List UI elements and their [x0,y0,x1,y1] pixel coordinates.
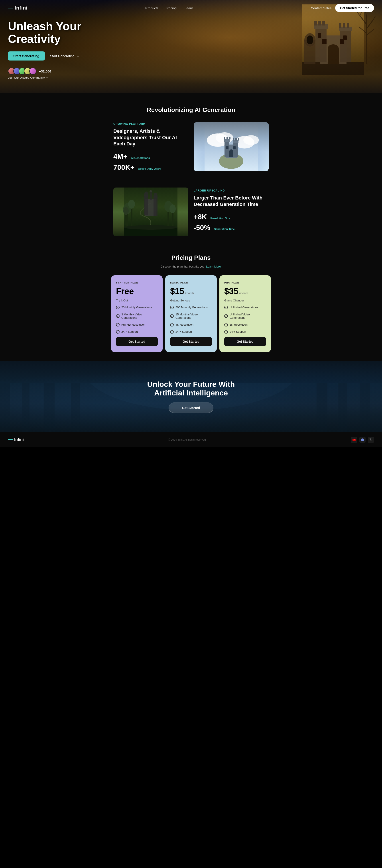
pricing-section: Pricing Plans Discover the plan that bes… [0,245,382,361]
start-generating-button[interactable]: Start Generating [8,52,45,61]
larger-upscaling-badge: Larger Upscaling [194,189,269,192]
cta-section: Unlock Your Future With Artificial Intel… [0,361,382,432]
get-started-for-free-button[interactable]: Get Started for Free [335,4,374,12]
pro-get-started-button[interactable]: Get Started [224,337,266,346]
avatar-group [8,68,36,75]
pro-plan-tagline: Game Changer [224,299,266,302]
svg-rect-43 [227,137,228,140]
pricing-card-starter: STARTER PLAN Free Try It Out ✓ 20 Monthl… [111,275,163,352]
stat-4m: 4M+ [113,153,127,161]
basic-plan-label: BASIC PLAN [170,281,212,284]
logo-bar [8,8,13,8]
footer-logo-bar [8,439,13,440]
svg-point-57 [128,200,135,209]
svg-point-35 [243,135,259,145]
castle-cliff-art [194,122,269,171]
svg-point-67 [144,191,148,198]
check-icon-6: ✓ [170,314,174,318]
basic-feature-4: ✓ 24/7 Support [170,330,212,334]
learn-more-link[interactable]: Learn More. [206,265,222,268]
stat-gen-time-label: Generation Time [214,228,235,231]
svg-point-68 [153,193,157,199]
svg-rect-40 [233,142,238,157]
stat-resolution-label: Resolution Size [210,217,230,220]
check-icon-10: ✓ [224,314,228,318]
pro-feature-1: ✓ Unlimited Generations [224,306,266,309]
green-castle-art [113,188,188,236]
nav-learn[interactable]: Learn [184,6,193,10]
navbar: Infini Products Pricing Learn Contact Sa… [0,0,382,16]
check-icon-2: ✓ [116,314,120,318]
community-count: +32,006 [39,69,51,73]
svg-rect-47 [235,138,237,141]
nav-products[interactable]: Products [145,6,158,10]
starter-feature-3: ✓ Full HD Resolution [116,323,158,327]
youtube-icon[interactable] [351,437,357,443]
revolutionizing-section: Revolutionizing AI Generation Growing Pl… [0,93,382,183]
pricing-card-basic: BASIC PLAN $15 /month Getting Serious ✓ … [165,275,217,352]
start-generating-ghost-button[interactable]: Start Generating ＋ [50,54,80,59]
footer: Infini © 2024 Infini. All rights reserve… [0,432,382,447]
basic-per-month: /month [185,291,194,295]
upscale-stat-row-2: -50% Generation Time [194,224,269,232]
hero-buttons: Start Generating Start Generating ＋ [8,52,374,61]
twitter-x-icon[interactable] [368,437,374,443]
basic-feature-3: ✓ 4K Resolution [170,323,212,327]
pro-per-month: /month [239,291,248,295]
pricing-section-title: Pricing Plans [4,254,378,261]
plus-icon: ＋ [76,54,80,59]
logo: Infini [8,5,28,11]
cta-get-started-button[interactable]: Get Started [169,403,214,413]
stat-50pct: -50% [194,224,210,232]
discord-icon[interactable] [359,437,365,443]
rev-castle-image [194,122,269,171]
basic-feature-2: ✓ 15 Monthly Video Generations [170,313,212,319]
check-icon-8: ✓ [170,330,174,334]
footer-logo-text: Infini [14,437,24,442]
pro-feature-2: ✓ Unlimited Video Generations [224,313,266,319]
pricing-card-pro: PRO PLAN $35 /month Game Changer ✓ Unlim… [219,275,271,352]
starter-plan-tagline: Try It Out [116,299,158,302]
plus-small-icon: ＋ [46,75,49,80]
svg-rect-65 [144,195,148,215]
stat-ai-gen-label: AI Generations [131,156,150,160]
svg-point-59 [123,207,129,215]
upscale-right-col: Larger Upscaling Larger Than Ever Before… [194,189,269,235]
stat-daily-users-label: Active Daily Users [138,167,161,170]
starter-feature-4: ✓ 24/7 Support [116,330,158,334]
footer-copyright: © 2024 Infini. All rights reserved. [168,438,207,441]
basic-plan-price: $15 /month [170,287,212,296]
upscaling-section: Larger Upscaling Larger Than Ever Before… [0,183,382,245]
nav-pricing[interactable]: Pricing [166,6,177,10]
growing-platform-badge: Growing Platform [113,122,188,125]
footer-social-icons [351,437,374,443]
rev-section-title: Revolutionizing AI Generation [8,106,374,114]
discord-community-link[interactable]: Join Our Discord Community ＋ [8,75,374,80]
check-icon-7: ✓ [170,323,174,327]
svg-point-72 [124,225,177,229]
pricing-cards-container: STARTER PLAN Free Try It Out ✓ 20 Monthl… [111,275,271,352]
rev-heading: Designers, Artists & Videographers Trust… [113,128,188,147]
svg-point-63 [170,205,176,213]
svg-rect-56 [131,205,133,227]
svg-point-52 [229,149,233,153]
svg-rect-50 [233,146,236,149]
contact-sales-button[interactable]: Contact Sales [311,6,331,10]
svg-rect-44 [229,137,231,140]
stat-700k: 700K+ [113,163,135,172]
basic-get-started-button[interactable]: Get Started [170,337,212,346]
svg-rect-46 [233,138,234,141]
starter-get-started-button[interactable]: Get Started [116,337,158,346]
rev-grid: Growing Platform Designers, Artists & Vi… [113,122,269,174]
check-icon-4: ✓ [116,330,120,334]
cta-title: Unlock Your Future With Artificial Intel… [144,380,238,397]
check-icon-9: ✓ [224,306,228,309]
logo-text: Infini [14,5,28,11]
nav-actions: Contact Sales Get Started for Free [311,4,374,12]
starter-plan-label: STARTER PLAN [116,281,158,284]
check-icon-3: ✓ [116,323,120,327]
start-generating-ghost-label: Start Generating [50,54,75,58]
svg-rect-69 [150,192,152,200]
check-icon-1: ✓ [116,306,120,309]
stat-row-2: 700K+ Active Daily Users [113,163,188,172]
